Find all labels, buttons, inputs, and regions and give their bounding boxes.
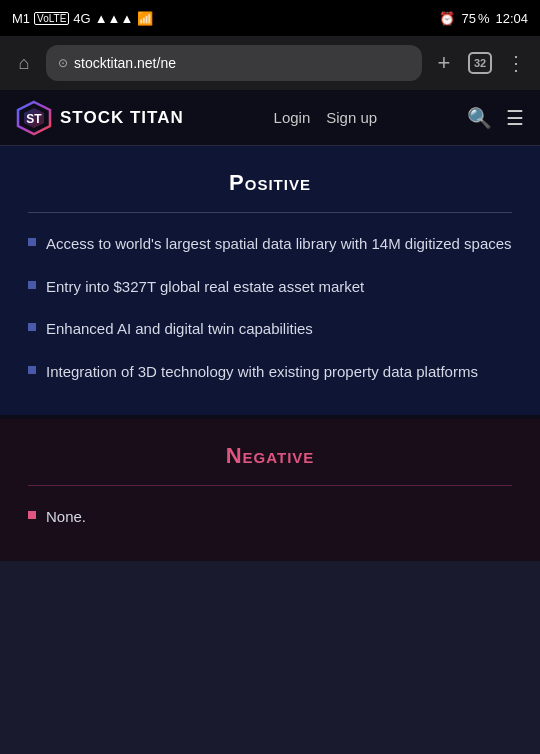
logo-text: STOCK TITAN bbox=[60, 108, 184, 128]
tabs-count-button[interactable]: 32 bbox=[468, 52, 492, 74]
bullet-icon-3 bbox=[28, 323, 36, 331]
negative-title: Negative bbox=[28, 443, 512, 469]
negative-bullet-list: None. bbox=[28, 506, 512, 529]
tabs-count-text: 32 bbox=[474, 57, 486, 69]
list-item: None. bbox=[28, 506, 512, 529]
list-item: Enhanced AI and digital twin capabilitie… bbox=[28, 318, 512, 341]
home-icon: ⌂ bbox=[19, 53, 30, 74]
negative-divider bbox=[28, 485, 512, 486]
positive-title: Positive bbox=[28, 170, 512, 196]
svg-text:ST: ST bbox=[26, 112, 42, 126]
header-nav: Login Sign up bbox=[274, 109, 378, 126]
list-item: Access to world's largest spatial data l… bbox=[28, 233, 512, 256]
battery-level: 75 bbox=[461, 11, 475, 26]
header-icons: 🔍 ☰ bbox=[467, 106, 524, 130]
bullet-text-4: Integration of 3D technology with existi… bbox=[46, 361, 478, 384]
signal-bars: ▲▲▲ bbox=[95, 11, 134, 26]
positive-section: Positive Access to world's largest spati… bbox=[0, 146, 540, 415]
menu-button[interactable]: ☰ bbox=[506, 106, 524, 130]
status-right: ⏰ 75% 12:04 bbox=[439, 11, 528, 26]
bullet-icon-4 bbox=[28, 366, 36, 374]
status-left: M1 VoLTE 4G ▲▲▲ 📶 bbox=[12, 11, 153, 26]
bullet-text-3: Enhanced AI and digital twin capabilitie… bbox=[46, 318, 313, 341]
search-button[interactable]: 🔍 bbox=[467, 106, 492, 130]
list-item: Integration of 3D technology with existi… bbox=[28, 361, 512, 384]
wifi-icon: 📶 bbox=[137, 11, 153, 26]
network-type: VoLTE bbox=[34, 12, 69, 25]
security-icon: ⊙ bbox=[58, 56, 68, 70]
status-bar: M1 VoLTE 4G ▲▲▲ 📶 ⏰ 75% 12:04 bbox=[0, 0, 540, 36]
signup-link[interactable]: Sign up bbox=[326, 109, 377, 126]
network-speed: 4G bbox=[73, 11, 90, 26]
app-header: ST STOCK TITAN Login Sign up 🔍 ☰ bbox=[0, 90, 540, 146]
list-item: Entry into $327T global real estate asse… bbox=[28, 276, 512, 299]
time-display: 12:04 bbox=[495, 11, 528, 26]
logo-area: ST STOCK TITAN bbox=[16, 100, 184, 136]
alarm-icon: ⏰ bbox=[439, 11, 455, 26]
positive-bullet-list: Access to world's largest spatial data l… bbox=[28, 233, 512, 383]
plus-icon: + bbox=[438, 50, 451, 76]
battery-indicator: 75% bbox=[461, 11, 489, 26]
positive-divider bbox=[28, 212, 512, 213]
more-icon: ⋮ bbox=[506, 51, 526, 75]
new-tab-button[interactable]: + bbox=[430, 49, 458, 77]
neg-bullet-icon-1 bbox=[28, 511, 36, 519]
bullet-text-1: Access to world's largest spatial data l… bbox=[46, 233, 512, 256]
negative-section: Negative None. bbox=[0, 419, 540, 561]
main-content: Positive Access to world's largest spati… bbox=[0, 146, 540, 561]
browser-chrome: ⌂ ⊙ stocktitan.net/ne + 32 ⋮ bbox=[0, 36, 540, 90]
logo-icon: ST bbox=[16, 100, 52, 136]
more-button[interactable]: ⋮ bbox=[502, 49, 530, 77]
browser-actions: + 32 ⋮ bbox=[430, 49, 530, 77]
login-link[interactable]: Login bbox=[274, 109, 311, 126]
bullet-icon-1 bbox=[28, 238, 36, 246]
neg-bullet-text-1: None. bbox=[46, 506, 86, 529]
carrier-text: M1 bbox=[12, 11, 30, 26]
address-text: stocktitan.net/ne bbox=[74, 55, 176, 71]
home-button[interactable]: ⌂ bbox=[10, 49, 38, 77]
address-bar[interactable]: ⊙ stocktitan.net/ne bbox=[46, 45, 422, 81]
bullet-icon-2 bbox=[28, 281, 36, 289]
bullet-text-2: Entry into $327T global real estate asse… bbox=[46, 276, 364, 299]
